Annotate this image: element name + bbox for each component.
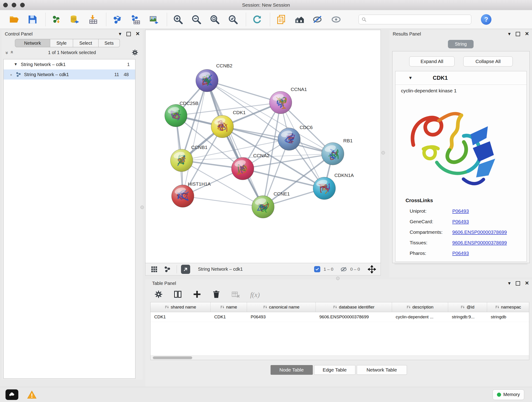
protein-disclosure-icon[interactable]: ▼ — [408, 75, 413, 80]
network-share-icon[interactable] — [163, 265, 172, 274]
image-icon — [149, 14, 159, 25]
graph-node-CDC6[interactable] — [278, 128, 300, 150]
apply-layout-button[interactable] — [251, 13, 264, 26]
column-header[interactable]: description — [392, 302, 448, 312]
tissues-link[interactable]: 9606.ENSP00000378699 — [452, 240, 507, 245]
graph-node-CDK1[interactable] — [211, 115, 234, 138]
show-glyphs-button[interactable] — [330, 13, 342, 26]
table-row[interactable]: CDK1 CDK1 P06493 9606.ENSP00000378699 cy… — [151, 312, 529, 322]
graph-node-CCNE1[interactable] — [252, 196, 274, 218]
collection-disclosure-icon[interactable]: ▼ — [14, 62, 18, 67]
horizontal-splitter-handle[interactable] — [336, 277, 340, 280]
uniprot-link[interactable]: P06493 — [452, 208, 469, 214]
panel-float-icon[interactable] — [127, 32, 131, 36]
panel-float-icon[interactable] — [516, 281, 520, 286]
zoom-out-button[interactable] — [190, 13, 203, 26]
collapse-all-button[interactable]: Collapse All — [463, 56, 513, 66]
new-network-button[interactable] — [111, 13, 124, 26]
graph-node-CCNA2[interactable] — [231, 157, 254, 180]
string-home-button[interactable] — [293, 13, 306, 26]
network-graph[interactable]: CCNB2CCNA1CDC25BCDK1CDC6RB1CCNB1CCNA2CDK… — [146, 30, 380, 263]
vertical-splitter-handle[interactable] — [381, 151, 385, 154]
network-options-gear-icon[interactable] — [131, 49, 139, 56]
zoom-selected-button[interactable] — [227, 13, 239, 26]
add-column-button[interactable] — [192, 290, 202, 300]
compartments-link[interactable]: 9606.ENSP00000378699 — [452, 230, 507, 235]
zoom-out-icon — [191, 14, 202, 25]
scrollbar-thumb[interactable] — [153, 356, 192, 359]
results-scrollbar[interactable] — [394, 263, 528, 265]
hide-glyphs-button[interactable] — [311, 13, 324, 26]
selected-checkbox-icon[interactable] — [314, 266, 320, 272]
panel-close-icon[interactable]: × — [136, 31, 139, 37]
panel-float-icon[interactable] — [516, 32, 520, 36]
graph-node-CCNB2[interactable] — [196, 70, 218, 92]
toolbar-separator — [45, 13, 46, 26]
column-header[interactable]: shared name — [151, 302, 210, 312]
network-view-title: String Network – cdk1 — [198, 267, 243, 272]
graph-node-CDC25B[interactable] — [165, 104, 187, 127]
memory-status-dot — [497, 393, 501, 397]
sort-icon — [461, 305, 465, 309]
tab-style[interactable]: Style — [50, 39, 73, 47]
copy-document-button[interactable] — [275, 13, 288, 26]
help-button[interactable]: ? — [481, 14, 491, 25]
graph-node-HIST1H1A[interactable] — [172, 185, 194, 207]
open-session-button[interactable] — [8, 13, 21, 26]
search-input[interactable] — [368, 17, 468, 22]
cloud-status-button[interactable] — [6, 389, 18, 400]
main-toolbar: ? — [0, 10, 532, 29]
table-options-gear-button[interactable] — [154, 290, 163, 300]
toolbar-separator — [177, 265, 177, 274]
zoom-fit-button[interactable] — [208, 13, 221, 26]
tab-string[interactable]: String — [448, 40, 474, 48]
move-crosshair-icon[interactable] — [368, 265, 376, 274]
tab-select[interactable]: Select — [73, 39, 99, 47]
birds-eye-grid-icon[interactable] — [150, 265, 158, 274]
hidden-eye-slash-icon — [340, 266, 347, 273]
column-header[interactable]: namespac — [487, 302, 529, 312]
genecard-link[interactable]: P06493 — [452, 219, 469, 224]
export-image-button[interactable] — [147, 13, 160, 26]
network-row[interactable]: ● String Network – cdk1 11 48 — [4, 70, 135, 80]
open-in-window-button[interactable] — [181, 265, 190, 274]
column-header[interactable]: name — [210, 302, 247, 312]
table-horizontal-scrollbar[interactable] — [151, 356, 529, 360]
tab-network-table[interactable]: Network Table — [357, 365, 407, 375]
graph-node-CCNA1[interactable] — [269, 91, 292, 114]
protein-card-header[interactable]: ▼ CDK1 — [395, 71, 526, 85]
column-header[interactable]: canonical name — [247, 302, 316, 312]
search-field[interactable] — [359, 15, 471, 24]
show-columns-button[interactable] — [173, 290, 182, 300]
collapse-all-networks-icon[interactable]: » — [9, 51, 15, 53]
memory-button[interactable]: Memory — [493, 389, 524, 400]
tab-node-table[interactable]: Node Table — [271, 365, 313, 375]
import-table-button[interactable] — [87, 13, 100, 26]
vertical-splitter-handle[interactable] — [140, 206, 144, 209]
function-builder-button[interactable]: f(x) — [250, 291, 260, 299]
tab-sets[interactable]: Sets — [99, 39, 120, 47]
graph-node-RB1[interactable] — [322, 143, 344, 165]
delete-column-button[interactable] — [212, 290, 221, 300]
column-header[interactable]: database identifier — [316, 302, 392, 312]
expand-all-button[interactable]: Expand All — [409, 56, 455, 66]
network-view-canvas[interactable]: CCNB2CCNA1CDC25BCDK1CDC6RB1CCNB1CCNA2CDK… — [145, 30, 381, 263]
import-network-file-button[interactable] — [50, 13, 63, 26]
panel-close-icon[interactable]: × — [525, 31, 529, 37]
zoom-in-button[interactable] — [172, 13, 184, 26]
graph-node-CCNB1[interactable] — [171, 149, 193, 172]
import-network-database-button[interactable] — [69, 13, 81, 26]
new-network-table-button[interactable] — [129, 13, 142, 26]
warnings-button[interactable] — [26, 389, 38, 400]
panel-collapse-icon[interactable]: ▾ — [508, 32, 511, 36]
graph-node-CDKN1A[interactable] — [313, 177, 336, 200]
panel-collapse-icon[interactable]: ▾ — [508, 281, 511, 286]
tab-edge-table[interactable]: Edge Table — [314, 365, 355, 375]
panel-collapse-icon[interactable]: ▾ — [119, 32, 121, 36]
panel-close-icon[interactable]: × — [525, 280, 529, 286]
network-collection-row[interactable]: ▼ String Network – cdk1 1 — [4, 59, 135, 70]
column-header[interactable]: @id — [448, 302, 487, 312]
save-session-button[interactable] — [26, 13, 39, 26]
pharos-link[interactable]: P06493 — [452, 250, 469, 256]
tab-network[interactable]: Network — [15, 39, 50, 47]
